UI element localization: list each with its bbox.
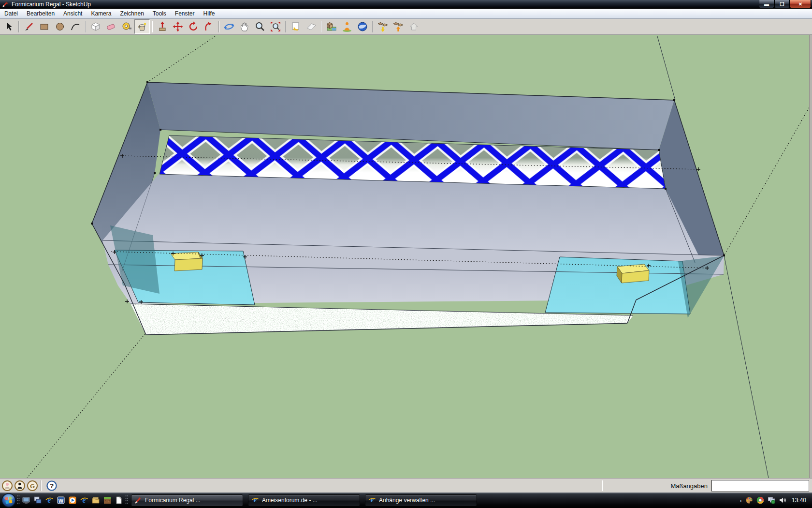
grass-block-button[interactable] xyxy=(102,494,113,506)
rectangle-tool-button[interactable] xyxy=(37,19,52,34)
sketchup-task-icon xyxy=(134,496,142,504)
google-earth-button[interactable] xyxy=(355,19,370,34)
start-button[interactable] xyxy=(1,493,16,508)
minimize-button[interactable]: ▬ xyxy=(759,0,774,8)
google-earth-globe-icon xyxy=(357,21,368,32)
push-pull-button[interactable] xyxy=(155,19,170,34)
measurements-label: Maßangaben xyxy=(670,482,708,490)
zoom-extents-button[interactable] xyxy=(268,19,283,34)
left-sponge xyxy=(171,252,203,271)
component-box-icon xyxy=(90,21,102,32)
rotate-tool-button[interactable] xyxy=(186,19,201,34)
select-tool-button[interactable] xyxy=(1,19,16,34)
menu-bearbeiten[interactable]: Bearbeiten xyxy=(22,9,59,18)
tape-measure-button[interactable] xyxy=(119,19,134,34)
toolbar xyxy=(0,19,812,35)
context-help-icon[interactable]: ? xyxy=(46,480,57,491)
show-desktop-icon xyxy=(22,496,30,505)
toolbar-separator xyxy=(321,21,322,32)
menu-ansicht[interactable]: Ansicht xyxy=(59,9,87,18)
section-plane-icon xyxy=(305,21,317,32)
zoom-tool-button[interactable] xyxy=(252,19,268,34)
svg-text:?: ? xyxy=(50,482,54,490)
toolbar-separator xyxy=(285,21,286,32)
menu-tools[interactable]: Tools xyxy=(148,9,171,18)
arc-tool-button[interactable] xyxy=(68,19,83,34)
close-button[interactable]: ✕ xyxy=(790,0,811,8)
menu-hilfe[interactable]: Hilfe xyxy=(199,9,219,18)
push-pull-icon xyxy=(157,21,168,32)
menu-fenster[interactable]: Fenster xyxy=(171,9,199,18)
internet-explorer-button[interactable]: e xyxy=(44,494,55,506)
restore-button[interactable]: ❐ xyxy=(774,0,790,8)
share-model-button[interactable] xyxy=(391,19,406,34)
orbit-tool-button[interactable] xyxy=(221,19,237,34)
internet-explorer-2-button[interactable]: e xyxy=(79,494,89,506)
taskband-drag-handle[interactable] xyxy=(125,493,129,508)
circle-icon xyxy=(54,21,66,32)
paint-bucket-button[interactable] xyxy=(134,19,150,34)
tray-expand-chevron[interactable]: ‹ xyxy=(740,497,742,504)
tray-swirl-icon[interactable] xyxy=(756,496,764,504)
explorer-folder-button[interactable] xyxy=(90,494,101,506)
switch-windows-button[interactable] xyxy=(32,494,43,506)
show-desktop-button[interactable] xyxy=(21,494,31,506)
svg-text:W: W xyxy=(58,498,64,504)
statusbar-separator xyxy=(41,480,42,491)
toolbar-separator xyxy=(18,21,19,32)
add-location-button[interactable] xyxy=(339,19,355,34)
offset-tool-button[interactable] xyxy=(201,19,217,34)
toolbar-separator xyxy=(85,21,86,32)
make-component-button[interactable] xyxy=(88,19,103,34)
status-orb-g-icon[interactable]: G xyxy=(27,480,38,491)
select-arrow-icon xyxy=(3,21,14,32)
internet-explorer-icon: e xyxy=(368,496,376,504)
status-orb-person-pink-icon[interactable] xyxy=(2,480,13,491)
photo-textures-button[interactable] xyxy=(324,19,339,34)
media-player-button[interactable] xyxy=(67,494,78,506)
internet-explorer-icon: e xyxy=(251,496,259,504)
task-button-anhaenge[interactable]: e Anhänge verwalten ... xyxy=(365,494,477,507)
menu-kamera[interactable]: Kamera xyxy=(87,9,116,18)
measurements-input[interactable] xyxy=(711,480,809,492)
quicklaunch-drag-handle[interactable] xyxy=(16,493,20,508)
pan-hand-icon xyxy=(239,21,250,32)
arc-icon xyxy=(70,21,81,32)
task-button-ameisenforum[interactable]: e Ameisenforum.de - ... xyxy=(248,494,360,507)
eraser-tool-button[interactable] xyxy=(103,19,119,34)
pencil-icon xyxy=(23,21,35,32)
switch-windows-icon xyxy=(33,496,42,505)
tray-palette-icon[interactable] xyxy=(745,496,753,504)
window-resize-border xyxy=(809,35,812,478)
circle-tool-button[interactable] xyxy=(52,19,68,34)
svg-text:e: e xyxy=(254,496,257,504)
right-sponge xyxy=(617,264,649,283)
offset-icon xyxy=(203,21,215,32)
word-button[interactable]: W xyxy=(56,494,66,506)
menu-zeichnen[interactable]: Zeichnen xyxy=(116,9,148,18)
previous-view-icon xyxy=(290,21,302,32)
taskbar-clock[interactable]: 13:40 xyxy=(790,497,810,504)
svg-text:e: e xyxy=(371,496,374,504)
line-tool-button[interactable] xyxy=(21,19,37,34)
task-button-sketchup[interactable]: Formicarium Regal ... xyxy=(131,494,243,507)
window-title: Formicarium Regal - SketchUp xyxy=(12,1,91,8)
tray-volume-icon[interactable] xyxy=(779,496,786,504)
scene xyxy=(0,35,812,478)
status-orb-person-icon[interactable] xyxy=(14,480,25,491)
new-document-button[interactable] xyxy=(114,494,124,506)
pan-tool-button[interactable] xyxy=(237,19,252,34)
model-info-button[interactable] xyxy=(406,19,421,34)
model-viewport[interactable] xyxy=(0,35,812,478)
magnifier-icon xyxy=(254,21,266,32)
paint-bucket-icon xyxy=(136,21,148,32)
get-models-button[interactable] xyxy=(375,19,391,34)
previous-view-button[interactable] xyxy=(288,19,304,34)
section-plane-button[interactable] xyxy=(304,19,319,34)
menu-bar: Datei Bearbeiten Ansicht Kamera Zeichnen… xyxy=(0,9,812,19)
system-tray: ‹ 13:40 xyxy=(740,493,810,508)
menu-datei[interactable]: Datei xyxy=(0,9,22,18)
tray-network-icon[interactable] xyxy=(768,496,775,504)
move-tool-button[interactable] xyxy=(170,19,186,34)
get-models-icon xyxy=(377,21,389,32)
